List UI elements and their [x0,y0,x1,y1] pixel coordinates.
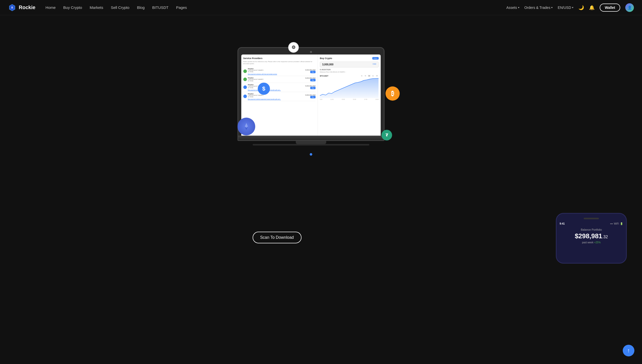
bottom-section: Scan To Download 9:41 ▪▪▪ WiFi 🔋 Balance… [0,162,642,264]
provider-info-0: Simplex 1,494,403,614.97 VND/BTC 1h 45 M… [248,68,304,75]
provider-right-3: 5,000,000 VND Buy [305,94,316,98]
screen-left-subtitle: Rates quoted are for reference only. Ple… [243,61,316,65]
chart-tab-1w[interactable]: 1w [371,75,374,77]
provider-icon-1 [243,78,247,81]
chart-tab-1h[interactable]: 1h [360,75,363,77]
time-label: 11:00 [331,99,334,100]
chart-area [320,78,379,98]
portfolio-amount: $298,981.32 [561,232,622,240]
laptop-camera [310,51,312,53]
nav-bitusdt[interactable]: BITUSDT [152,5,169,10]
portfolio-cents: .32 [602,235,608,239]
chart-header: BTCUSDT 1h4h1d1w1M [320,75,379,77]
amount-currency: VND [373,63,376,65]
logo[interactable]: R Rockie [8,4,35,12]
notification-icon[interactable]: 🔔 [589,5,595,10]
time-label: 15:00 [353,99,356,100]
nav-sell-crypto[interactable]: Sell Crypto [111,5,129,10]
time-label: 17:00 [364,99,368,100]
amount-value: 3,000,000 [322,63,334,66]
buy-crypto-title: Buy Crypto [320,57,332,60]
chart-tab-4h[interactable]: 4h [364,75,367,77]
portfolio-label: Balance Portfolio [561,228,622,231]
chart-tab-1M[interactable]: 1M [375,75,379,77]
provider-icon-0 [243,69,247,73]
tether-float-icon: ₮ [381,130,392,140]
battery-icon: 🔋 [620,222,623,225]
chart-svg [320,78,379,98]
provider-time-0: 1h 45 Min [248,71,304,72]
provider-info-2: Simplex 1,494,403,614.97 VND/BTC 1h 45 M… [248,84,304,91]
provider-time-2: 1h 45 Min [248,87,304,88]
currency-dropdown[interactable]: EN/USD [558,6,573,10]
time-label: 13:00 [342,99,345,100]
dollar-float-icon: $ [258,83,270,95]
provider-right-2: 5,000,000 VND Buy [305,85,316,89]
nav-blog[interactable]: Blog [137,5,145,10]
portfolio-change: past week +25% [561,241,622,244]
orders-trades-dropdown[interactable]: Orders & Trades [524,6,553,10]
provider-price-1: 5,000,000 VND [305,77,316,79]
provider-right-1: 5,000,000 VND Buy [305,77,316,81]
avatar[interactable]: 👤 [625,3,634,12]
provider-buy-btn-3[interactable]: Buy [310,96,316,98]
screen-left-title: Service Providers [243,57,316,60]
ethereum-float-icon [237,118,255,135]
scan-to-download-button[interactable]: Scan To Download [252,232,301,243]
buy-crypto-badge: Robux [372,57,378,60]
main-content: ⚙ $ ₿ ₮ Serv [0,0,642,364]
provider-row: Simplex 1,494,403,614.97 VND/BTC 1h 45 M… [243,92,316,101]
chart-tabs: 1h4h1d1w1M [360,75,378,77]
provider-row: Simplex 1,494,403,614.97 VND/BTC 1h 45 M… [243,76,316,83]
laptop-mockup: Service Providers Rates quoted are for r… [237,47,384,145]
screen-content: Service Providers Rates quoted are for r… [241,54,381,136]
provider-row: Simplex 1,494,403,614.97 VND/BTC 1h 45 M… [243,83,316,92]
nav-left: R Rockie Home Buy Crypto Markets Sell Cr… [8,4,187,12]
reference-price: Reference Price 1,502,350,321.42 VND/BTC… [320,71,379,73]
wallet-button[interactable]: Wallet [600,4,620,12]
laptop-wrapper: ⚙ $ ₿ ₮ Serv [237,47,384,145]
change-label: past week [582,241,593,244]
phone-status-icons: ▪▪▪ WiFi 🔋 [610,222,623,225]
provider-icon-2 [243,85,247,89]
theme-toggle-icon[interactable]: 🌙 [578,5,584,10]
indicator-dot [310,153,312,156]
hero-section: ⚙ $ ₿ ₮ Serv [0,15,642,162]
navbar: R Rockie Home Buy Crypto Markets Sell Cr… [0,0,642,15]
provider-rows: Simplex 1,494,403,614.97 VND/BTC 1h 45 M… [243,67,316,101]
time-label: 19:00 [375,99,379,100]
provider-note-0: More payment solutions with fast and sim… [248,73,304,75]
provider-buy-btn-1[interactable]: Buy [310,79,316,81]
phone-mockup: 9:41 ▪▪▪ WiFi 🔋 Balance Portfolio $298,9… [556,213,627,264]
provider-right-0: 5,000,000 VND Buy [305,69,316,73]
provider-note-2: Beta payment method supported instant tr… [248,89,304,91]
svg-text:R: R [11,6,13,9]
provider-note-3: Beta payment method supported instant tr… [248,98,304,100]
provider-info-1: Simplex 1,494,403,614.97 VND/BTC 1h 45 M… [248,77,304,82]
provider-info-3: Simplex 1,494,403,614.97 VND/BTC 1h 45 M… [248,93,304,100]
phone-notch [584,218,599,219]
result-value: 0.00207026 [320,68,379,71]
provider-buy-btn-0[interactable]: Buy [310,71,316,73]
nav-markets[interactable]: Markets [90,5,103,10]
provider-buy-btn-2[interactable]: Buy [310,87,316,89]
portfolio-main-amount: $298,981 [575,232,602,240]
nav-home[interactable]: Home [46,5,56,10]
laptop-stand [296,141,326,144]
bitcoin-float-icon: ₿ [386,86,400,101]
chart-tab-1d[interactable]: 1d [368,75,371,77]
provider-row: Simplex 1,494,403,614.97 VND/BTC 1h 45 M… [243,67,316,76]
nav-pages[interactable]: Pages [176,5,187,10]
change-value: +25% [594,241,601,244]
scroll-to-top-button[interactable]: ↑ [623,345,634,356]
nav-buy-crypto[interactable]: Buy Crypto [63,5,82,10]
provider-time-3: 1h 45 Min [248,96,304,98]
assets-dropdown[interactable]: Assets [506,6,519,10]
phone-time: 9:41 [560,222,565,225]
provider-icon-3 [243,95,247,98]
logo-icon: R [8,4,16,12]
phone-status-bar: 9:41 ▪▪▪ WiFi 🔋 [560,222,623,225]
nav-links: Home Buy Crypto Markets Sell Crypto Blog… [46,5,187,10]
buy-crypto-header: Buy Crypto Robux [320,57,379,60]
amount-input: 3,000,000 VND [320,62,379,67]
